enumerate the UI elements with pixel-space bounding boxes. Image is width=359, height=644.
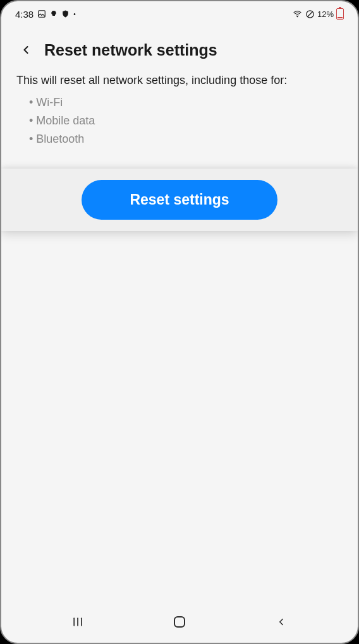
- list-item: Mobile data: [29, 112, 343, 130]
- intro-text: This will reset all network settings, in…: [1, 68, 358, 90]
- status-time: 4:38: [15, 9, 33, 20]
- bulb-icon: [50, 9, 58, 18]
- list-item: Wi-Fi: [29, 93, 343, 112]
- home-button[interactable]: [154, 609, 205, 635]
- list-item: Bluetooth: [29, 130, 343, 148]
- bullet-list: Wi-Fi Mobile data Bluetooth: [1, 90, 358, 155]
- wifi-icon: [292, 9, 303, 18]
- reset-settings-button[interactable]: Reset settings: [82, 180, 277, 220]
- recents-button[interactable]: [52, 609, 103, 635]
- action-bar: Reset settings: [1, 169, 358, 231]
- battery-percent: 12%: [317, 9, 334, 19]
- status-bar: 4:38 • 12%: [1, 1, 358, 24]
- dot-icon: •: [73, 11, 76, 18]
- svg-point-1: [297, 16, 298, 17]
- back-button[interactable]: [16, 40, 35, 59]
- page-title: Reset network settings: [44, 41, 217, 59]
- no-signal-icon: [305, 9, 315, 19]
- battery-icon: [336, 8, 344, 20]
- image-icon: [37, 9, 46, 18]
- back-nav-button[interactable]: [256, 609, 307, 635]
- svg-rect-0: [39, 11, 46, 18]
- nav-bar: [1, 605, 358, 643]
- shield-icon: [61, 9, 70, 18]
- svg-rect-6: [174, 617, 185, 627]
